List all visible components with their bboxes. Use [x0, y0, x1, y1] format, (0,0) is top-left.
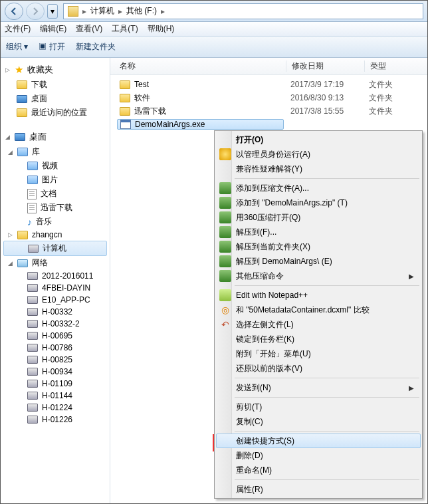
sidebar-item-downloads[interactable]: 下载 [1, 78, 110, 92]
network-icon [17, 259, 28, 267]
nav-history-dropdown[interactable]: ▾ [47, 4, 58, 19]
file-row[interactable]: 迅雷下载 2017/3/8 15:55 文件夹 [110, 104, 427, 118]
ctx-open[interactable]: 打开(O) [216, 132, 421, 147]
menu-help[interactable]: 帮助(H) [148, 23, 175, 35]
sidebar-network-pc[interactable]: H-01109 [1, 378, 110, 390]
toolbar-new-folder[interactable]: 新建文件夹 [76, 41, 116, 53]
menu-edit[interactable]: 编辑(E) [40, 23, 66, 35]
document-icon [27, 189, 37, 199]
archive-icon [219, 241, 231, 253]
computer-icon [27, 296, 38, 304]
ctx-run-as-admin[interactable]: 以管理员身份运行(A) [216, 147, 421, 162]
ctx-zip-360[interactable]: 用360压缩打开(Q) [216, 210, 421, 225]
file-row[interactable]: Test 2017/3/9 17:19 文件夹 [110, 78, 427, 91]
ctx-copy[interactable]: 复制(C) [216, 414, 421, 429]
ctx-pin-start[interactable]: 附到「开始」菜单(U) [216, 346, 421, 361]
ctx-unzip[interactable]: 解压到(F)... [216, 225, 421, 239]
nav-back-button[interactable] [5, 3, 23, 20]
breadcrumb-separator-icon: ▸ [82, 7, 86, 16]
folder-icon [17, 80, 27, 89]
ctx-unzip-to[interactable]: 解压到 DemoMainArgs\ (E) [216, 254, 421, 269]
breadcrumb-root[interactable]: 计算机 [90, 5, 114, 17]
ctx-separator [235, 397, 419, 398]
compare-icon: ◎ [219, 304, 231, 316]
sidebar-item-network[interactable]: ◢网络 [1, 256, 110, 270]
computer-icon [27, 320, 38, 328]
sidebar-network-pc[interactable]: H-00825 [1, 354, 110, 366]
toolbar: 组织 ▾ ▣ 打开 新建文件夹 [1, 37, 427, 58]
sidebar-network-pc[interactable]: H-00332 [1, 306, 110, 318]
ctx-unzip-here[interactable]: 解压到当前文件夹(X) [216, 239, 421, 254]
menu-view[interactable]: 查看(V) [76, 23, 102, 35]
sidebar-network-pc[interactable]: H-00695 [1, 330, 110, 342]
sidebar-item-computer[interactable]: 计算机 [3, 241, 107, 256]
archive-icon [219, 226, 231, 238]
library-icon [17, 148, 28, 156]
ctx-rename[interactable]: 重命名(M) [216, 463, 421, 477]
sidebar-item-documents[interactable]: 文档 [1, 187, 110, 201]
toolbar-open[interactable]: ▣ 打开 [39, 41, 64, 53]
breadcrumb-separator-icon: ▸ [118, 7, 122, 16]
address-bar[interactable]: ▸ 计算机 ▸ 其他 (F:) ▸ [63, 3, 423, 19]
sidebar-item-music[interactable]: ♪音乐 [1, 215, 110, 229]
ctx-create-shortcut[interactable]: 创建快捷方式(S) [216, 434, 421, 448]
computer-icon [27, 356, 38, 364]
sidebar-network-pc[interactable]: H-00934 [1, 366, 110, 378]
sidebar-favorites[interactable]: ▷★收藏夹 [1, 62, 110, 78]
sidebar-item-pictures[interactable]: 图片 [1, 173, 110, 187]
sidebar-item-recent[interactable]: 最近访问的位置 [1, 106, 110, 120]
ctx-notepad[interactable]: Edit with Notepad++ [216, 288, 421, 303]
ctx-pin-taskbar[interactable]: 锁定到任务栏(K) [216, 332, 421, 346]
archive-icon [219, 182, 231, 194]
desktop-icon [17, 95, 27, 103]
breadcrumb-drive[interactable]: 其他 (F:) [126, 5, 157, 17]
sidebar-network-pc[interactable]: H-00786 [1, 342, 110, 354]
sidebar-network-pc[interactable]: H-00332-2 [1, 318, 110, 330]
ctx-properties[interactable]: 属性(R) [216, 482, 421, 497]
star-icon: ★ [15, 64, 23, 76]
ctx-zip-other[interactable]: 其他压缩命令▶ [216, 269, 421, 283]
column-type[interactable]: 类型 [365, 61, 427, 72]
ctx-select-left[interactable]: ↶选择左侧文件(L) [216, 317, 421, 332]
titlebar: ▾ ▸ 计算机 ▸ 其他 (F:) ▸ [1, 1, 427, 22]
toolbar-organize[interactable]: 组织 ▾ [6, 41, 28, 53]
sidebar-network-pc[interactable]: H-01226 [1, 414, 110, 426]
computer-icon [27, 416, 38, 424]
ctx-zip-to[interactable]: 添加到 "DemoMainArgs.zip" (T) [216, 195, 421, 210]
submenu-arrow-icon: ▶ [409, 384, 414, 392]
notepad-icon [219, 289, 231, 301]
sidebar-network-pc[interactable]: H-01224 [1, 402, 110, 414]
file-row-selected[interactable]: DemoMainArgs.exe [110, 118, 427, 131]
ctx-cut[interactable]: 剪切(T) [216, 400, 421, 414]
ctx-restore-prev[interactable]: 还原以前的版本(V) [216, 361, 421, 376]
file-row[interactable]: 软件 2016/8/30 9:13 文件夹 [110, 91, 427, 104]
menu-file[interactable]: 文件(F) [5, 23, 31, 35]
ctx-compat[interactable]: 兼容性疑难解答(Y) [216, 162, 421, 176]
context-menu: 打开(O) 以管理员身份运行(A) 兼容性疑难解答(Y) 添加到压缩文件(A).… [214, 130, 423, 499]
sidebar-network-pc[interactable]: E10_APP-PC [1, 294, 110, 306]
sidebar-network-pc[interactable]: 4FBEI-DAYIN [1, 282, 110, 294]
computer-icon [27, 404, 38, 412]
ctx-zip-add[interactable]: 添加到压缩文件(A)... [216, 181, 421, 195]
sidebar-item-desktop[interactable]: 桌面 [1, 92, 110, 106]
sidebar-item-videos[interactable]: 视频 [1, 159, 110, 173]
sidebar-network-pc[interactable]: H-01144 [1, 390, 110, 402]
ctx-separator [235, 285, 419, 286]
shield-icon [219, 148, 231, 160]
computer-icon [27, 344, 38, 352]
menu-tools[interactable]: 工具(T) [112, 23, 138, 35]
column-name[interactable]: 名称 [117, 61, 286, 72]
navigation-pane: ▷★收藏夹 下载 桌面 最近访问的位置 ◢桌面 ◢库 视频 图片 文档 迅雷下载… [1, 58, 110, 503]
ctx-send-to[interactable]: 发送到(N)▶ [216, 380, 421, 395]
sidebar-item-user[interactable]: ▷zhangcn [1, 229, 110, 241]
folder-icon [17, 108, 27, 117]
sidebar-network-pc[interactable]: 2012-2016011 [1, 270, 110, 282]
sidebar-desktop-group[interactable]: ◢桌面 [1, 129, 110, 145]
sidebar-libraries[interactable]: ◢库 [1, 145, 110, 159]
sidebar-item-xunlei[interactable]: 迅雷下载 [1, 201, 110, 215]
column-date[interactable]: 修改日期 [286, 61, 365, 72]
folder-icon [120, 94, 130, 102]
nav-forward-button[interactable] [26, 3, 45, 20]
ctx-delete[interactable]: 删除(D) [216, 448, 421, 463]
ctx-compare[interactable]: ◎和 "50MetadataContainer.dcxml" 比较 [216, 303, 421, 317]
